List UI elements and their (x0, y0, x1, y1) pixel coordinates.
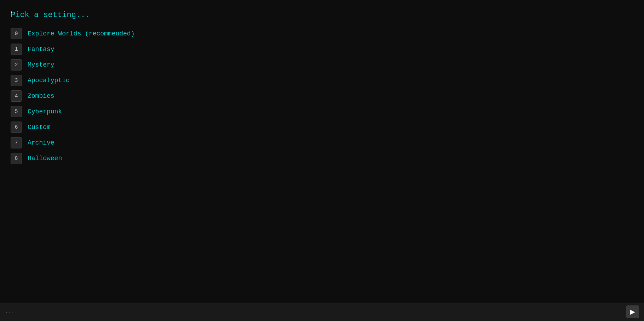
item-number: 4 (11, 90, 22, 102)
item-number: 1 (11, 44, 22, 55)
list-item[interactable]: 4Zombies (11, 89, 633, 103)
item-label: Halloween (28, 155, 62, 162)
list-item[interactable]: 5Cyberpunk (11, 105, 633, 119)
item-label: Mystery (28, 61, 54, 68)
prompt-title: Pick a setting... (11, 11, 633, 19)
list-item[interactable]: 3Apocalyptic (11, 73, 633, 88)
list-item[interactable]: 6Custom (11, 120, 633, 134)
bottom-bar: ▶ (0, 303, 644, 321)
item-number: 6 (11, 122, 22, 133)
item-number: 0 (11, 28, 22, 39)
item-number: 2 (11, 59, 22, 71)
item-label: Fantasy (28, 46, 54, 53)
item-label: Apocalyptic (28, 77, 70, 84)
list-item[interactable]: 1Fantasy (11, 42, 633, 56)
menu-list: 0Explore Worlds (recommended)1Fantasy2My… (11, 27, 633, 165)
item-label: Zombies (28, 92, 54, 100)
list-item[interactable]: 0Explore Worlds (recommended) (11, 27, 633, 41)
item-number: 3 (11, 75, 22, 86)
item-label: Explore Worlds (recommended) (28, 30, 134, 37)
send-button[interactable]: ▶ (626, 305, 639, 318)
item-label: Archive (28, 139, 54, 146)
item-number: 8 (11, 153, 22, 164)
item-number: 7 (11, 137, 22, 148)
item-label: Custom (28, 124, 51, 131)
list-item[interactable]: 2Mystery (11, 58, 633, 72)
item-number: 5 (11, 106, 22, 117)
list-item[interactable]: 8Halloween (11, 151, 633, 165)
back-button[interactable]: ← (6, 6, 19, 17)
item-label: Cyberpunk (28, 108, 62, 115)
list-item[interactable]: 7Archive (11, 136, 633, 150)
text-input[interactable] (5, 309, 623, 315)
